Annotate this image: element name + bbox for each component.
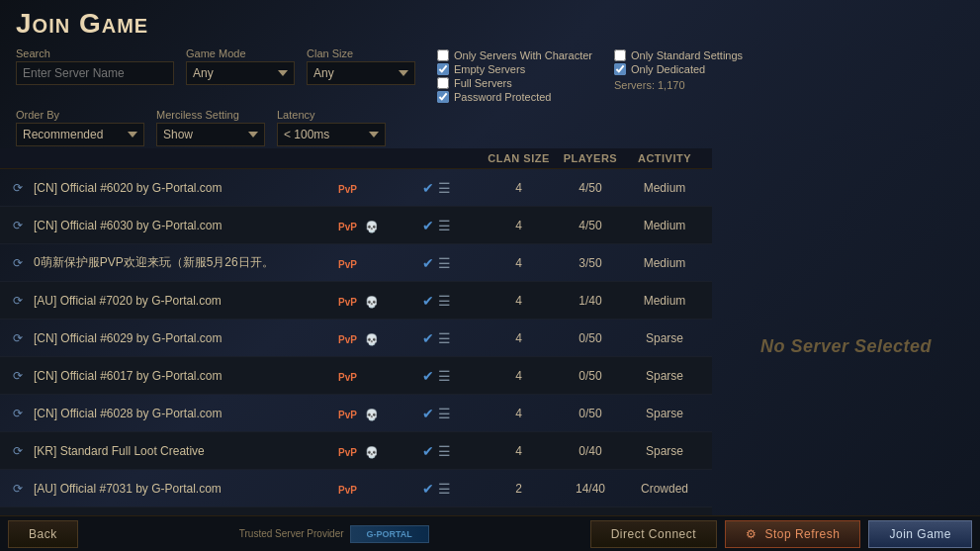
full-servers-label: Full Servers [454, 77, 512, 89]
stop-refresh-button[interactable]: ⚙ Stop Refresh [725, 520, 860, 548]
players-value: 4/50 [556, 181, 625, 195]
trusted-label: Trusted Server Provider [239, 528, 344, 539]
table-row[interactable]: ⟳ [AU] Official #7020 by G-Portal.com Pv… [0, 282, 712, 320]
clan-size-value: 2 [482, 482, 556, 496]
only-dedicated-checkbox[interactable] [614, 63, 626, 75]
server-name: [CN] Official #6028 by G-Portal.com [28, 407, 333, 420]
players-value: 0/50 [556, 331, 625, 345]
table-row[interactable]: ⟳ [CN] Official #6020 by G-Portal.com Pv… [0, 169, 712, 207]
server-list: ⟳ [CN] Official #6020 by G-Portal.com Pv… [0, 169, 712, 545]
pvp-badge: PvP [333, 409, 362, 421]
server-name: [CN] Official #6030 by G-Portal.com [28, 219, 333, 232]
refresh-icon: ⟳ [8, 219, 28, 232]
join-game-button[interactable]: Join Game [868, 520, 972, 548]
order-by-select[interactable]: Recommended [16, 123, 144, 146]
checkmark-icon: ✔ [422, 293, 434, 309]
clan-size-value: 4 [482, 219, 556, 232]
only-character-checkbox[interactable] [437, 49, 449, 61]
empty-servers-checkbox[interactable] [437, 63, 449, 75]
server-name: [CN] Official #6020 by G-Portal.com [28, 181, 333, 195]
merciless-select[interactable]: Show [156, 123, 265, 146]
trusted-logo: G-PORTAL [350, 525, 429, 543]
order-by-label: Order By [16, 109, 144, 121]
pvp-badge: PvP [333, 183, 362, 196]
only-standard-checkbox[interactable] [614, 49, 626, 61]
skull-icon: 💀 [365, 296, 379, 309]
refresh-icon: ⟳ [8, 482, 28, 496]
activity-value: Sparse [625, 444, 704, 458]
only-character-label: Only Servers With Character [454, 49, 592, 61]
pvp-badge: PvP [333, 446, 362, 459]
players-value: 0/50 [556, 407, 625, 420]
pvp-badge: PvP [333, 296, 362, 309]
direct-connect-button[interactable]: Direct Connect [590, 520, 717, 548]
checkmark-icon: ✔ [422, 255, 434, 271]
skull-icon: 💀 [365, 221, 379, 233]
pvp-badge: PvP [333, 333, 362, 346]
search-label: Search [16, 47, 174, 59]
skull-icon: 💀 [365, 333, 379, 346]
latency-label: Latency [277, 109, 386, 121]
table-row[interactable]: ⟳ [CN] Official #6017 by G-Portal.com Pv… [0, 357, 712, 395]
clan-size-select[interactable]: Any [307, 61, 415, 85]
password-protected-checkbox[interactable] [437, 91, 449, 103]
game-mode-select[interactable]: Any [186, 61, 295, 85]
checkmark-icon: ✔ [422, 406, 434, 421]
search-input[interactable] [16, 61, 174, 85]
refresh-icon: ⟳ [8, 369, 28, 383]
table-row[interactable]: ⟳ [AU] Official #7031 by G-Portal.com Pv… [0, 470, 712, 507]
list-icon: ☰ [438, 180, 451, 196]
players-value: 4/50 [556, 219, 625, 232]
back-button[interactable]: Back [8, 520, 78, 548]
only-standard-label: Only Standard Settings [631, 49, 743, 61]
table-row[interactable]: ⟳ [CN] Official #6028 by G-Portal.com Pv… [0, 395, 712, 432]
players-value: 3/50 [556, 256, 625, 270]
row-icons: ✔ ☰ [422, 406, 482, 421]
pvp-badge: PvP [333, 221, 362, 233]
activity-value: Sparse [625, 331, 704, 345]
gear-icon: ⚙ [746, 527, 757, 541]
list-icon: ☰ [438, 218, 451, 233]
table-row[interactable]: ⟳ [KR] Standard Full Loot Creative PvP 💀… [0, 432, 712, 470]
list-icon: ☰ [438, 293, 451, 309]
row-icons: ✔ ☰ [422, 443, 482, 459]
row-icons: ✔ ☰ [422, 481, 482, 497]
server-detail-panel: No Server Selected [712, 148, 980, 545]
table-row[interactable]: ⟳ [CN] Official #6030 by G-Portal.com Pv… [0, 207, 712, 244]
row-icons: ✔ ☰ [422, 330, 482, 346]
clan-size-value: 4 [482, 181, 556, 195]
players-value: 0/40 [556, 444, 625, 458]
row-icons: ✔ ☰ [422, 293, 482, 309]
clan-size-value: 4 [482, 407, 556, 420]
game-mode-label: Game Mode [186, 47, 295, 59]
pvp-badge: PvP [333, 484, 362, 497]
full-servers-checkbox[interactable] [437, 77, 449, 89]
table-row[interactable]: ⟳ [CN] Official #6029 by G-Portal.com Pv… [0, 320, 712, 357]
latency-select[interactable]: < 100ms [277, 123, 386, 146]
skull-icon: 💀 [365, 446, 379, 459]
table-header: CLAN SIZE PLAYERS ACTIVITY [0, 148, 712, 169]
activity-value: Medium [625, 181, 704, 195]
activity-value: Sparse [625, 407, 704, 420]
page-title: Join Game [0, 0, 980, 44]
checkmark-icon: ✔ [422, 443, 434, 459]
activity-value: Medium [625, 256, 704, 270]
server-name: [CN] Official #6017 by G-Portal.com [28, 369, 333, 383]
clan-size-value: 4 [482, 294, 556, 308]
server-name: [CN] Official #6029 by G-Portal.com [28, 331, 333, 345]
clan-size-value: 4 [482, 331, 556, 345]
server-name: [AU] Official #7020 by G-Portal.com [28, 294, 333, 308]
list-icon: ☰ [438, 443, 451, 459]
players-value: 14/40 [556, 482, 625, 496]
only-dedicated-label: Only Dedicated [631, 63, 705, 75]
pvp-badge: PvP [333, 258, 362, 271]
clan-size-value: 4 [482, 369, 556, 383]
clan-size-value: 4 [482, 256, 556, 270]
row-icons: ✔ ☰ [422, 218, 482, 233]
list-icon: ☰ [438, 368, 451, 384]
row-icons: ✔ ☰ [422, 368, 482, 384]
activity-value: Sparse [625, 369, 704, 383]
list-icon: ☰ [438, 406, 451, 421]
table-row[interactable]: ⟳ 0萌新保护服PVP欢迎来玩（新服5月26日开。 PvP ✔ ☰ 4 3/50… [0, 244, 712, 282]
checkmark-icon: ✔ [422, 368, 434, 384]
